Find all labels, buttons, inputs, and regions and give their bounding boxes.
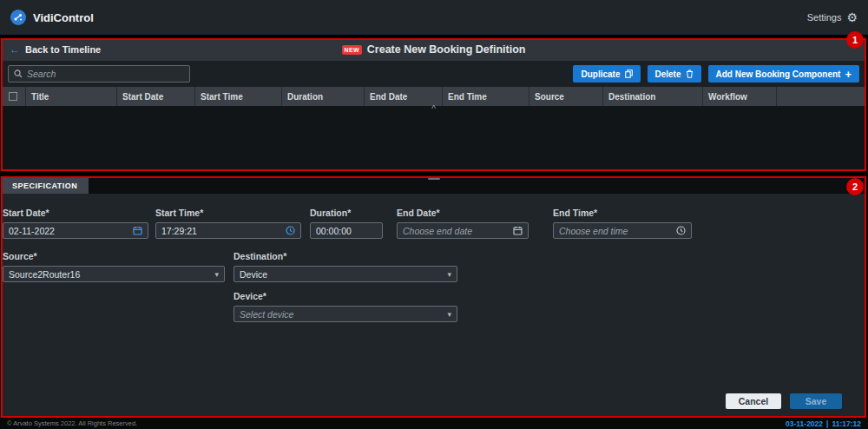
panel-title-text: Create New Booking Definition [367, 43, 526, 56]
column-header-filler [776, 87, 866, 106]
gear-icon: ⚙ [846, 11, 858, 23]
brand: VidiControl [10, 10, 94, 25]
source-field: Source* Source2Router16 ▾ [3, 251, 225, 282]
save-button[interactable]: Save [790, 393, 842, 409]
vidicontrol-logo-icon [10, 10, 26, 25]
end-time-input-wrap [553, 222, 692, 239]
specification-tabstrip: SPECIFICATION [1, 176, 866, 194]
booking-table-header: Title Start Date Start Time Duration End… [1, 87, 866, 106]
end-date-input[interactable] [403, 226, 508, 236]
end-date-field: End Date* [397, 208, 529, 239]
select-all-cell [1, 87, 25, 106]
booking-table-body: ^ [1, 106, 866, 171]
calendar-icon[interactable] [513, 226, 523, 235]
copyright-text: © Arvato Systems 2022. All Rights Reserv… [7, 419, 137, 427]
destination-dropdown[interactable]: Device ▾ [233, 266, 457, 282]
search-box[interactable] [8, 65, 190, 82]
column-header-start-time[interactable]: Start Time [194, 87, 281, 106]
start-time-field: Start Time* [155, 208, 301, 239]
search-input[interactable] [27, 69, 184, 79]
new-badge: NEW [342, 45, 362, 55]
device-dropdown[interactable]: Select device ▾ [233, 306, 457, 322]
datetime-display: 03-11-2022 | 11:17:12 [786, 419, 861, 428]
clock-icon[interactable] [286, 226, 295, 235]
start-time-label: Start Time* [155, 208, 301, 218]
duration-field: Duration* [310, 208, 383, 239]
end-time-field: End Time* [553, 208, 692, 239]
toolbar-buttons: Duplicate Delete [573, 65, 859, 82]
start-date-field: Start Date* [3, 208, 148, 239]
calendar-icon[interactable] [133, 226, 142, 235]
duration-input[interactable] [316, 226, 377, 236]
delete-button[interactable]: Delete [648, 65, 701, 82]
duration-label: Duration* [310, 208, 383, 218]
copy-icon [625, 69, 633, 78]
clock-icon[interactable] [676, 226, 686, 235]
column-header-start-date[interactable]: Start Date [116, 87, 194, 106]
annotation-badge-1: 1 [846, 31, 864, 49]
destination-dropdown-value: Device [240, 269, 267, 280]
footer-date: 03-11-2022 [786, 419, 823, 428]
source-label: Source* [3, 251, 225, 261]
settings-label: Settings [807, 12, 842, 23]
search-icon [14, 69, 23, 78]
delete-button-label: Delete [655, 69, 681, 79]
chevron-down-icon: ▾ [214, 270, 219, 279]
source-dropdown-value: Source2Router16 [9, 269, 80, 280]
end-time-input[interactable] [559, 226, 671, 236]
duplicate-button-label: Duplicate [581, 69, 620, 79]
end-date-input-wrap [397, 222, 529, 239]
booking-list-panel: ← Back to Timeline NEW Create New Bookin… [1, 38, 866, 171]
app-footer: © Arvato Systems 2022. All Rights Reserv… [0, 418, 868, 429]
app-title: VidiControl [33, 11, 94, 24]
end-time-label: End Time* [553, 208, 692, 218]
back-arrow-icon: ← [10, 43, 20, 56]
plus-icon: + [845, 69, 852, 80]
column-header-workflow[interactable]: Workflow [702, 87, 776, 106]
booking-toolbar: Duplicate Delete [1, 61, 866, 87]
column-header-title[interactable]: Title [25, 87, 116, 106]
tab-specification[interactable]: SPECIFICATION [1, 178, 89, 194]
device-field: Device* Select device ▾ [233, 291, 457, 322]
duration-input-wrap [310, 222, 383, 239]
booking-titlebar: ← Back to Timeline NEW Create New Bookin… [1, 38, 866, 61]
settings-button[interactable]: Settings ⚙ [807, 11, 858, 23]
device-label: Device* [233, 291, 457, 301]
start-date-input[interactable] [9, 226, 128, 236]
trash-icon [686, 69, 694, 78]
source-dropdown[interactable]: Source2Router16 ▾ [3, 266, 225, 282]
specification-form: Start Date* Start Time* [1, 194, 866, 418]
panel-title: NEW Create New Booking Definition [342, 43, 526, 56]
add-new-button-label: Add New Booking Component [716, 69, 841, 79]
footer-time: 11:17:12 [832, 419, 861, 428]
specification-panel: SPECIFICATION Start Date* Start Time* [1, 176, 866, 418]
scroll-up-caret-icon[interactable]: ^ [431, 106, 436, 113]
back-link-label: Back to Timeline [25, 44, 101, 55]
start-time-input-wrap [155, 222, 301, 239]
start-date-input-wrap [3, 222, 148, 239]
destination-field: Destination* Device ▾ [233, 251, 457, 282]
add-new-booking-component-button[interactable]: Add New Booking Component + [708, 65, 859, 82]
back-to-timeline-link[interactable]: ← Back to Timeline [10, 43, 101, 56]
cancel-button[interactable]: Cancel [726, 393, 781, 409]
select-all-checkbox[interactable] [9, 92, 17, 101]
column-header-duration[interactable]: Duration [281, 87, 364, 106]
chevron-down-icon: ▾ [447, 310, 451, 319]
start-time-input[interactable] [161, 226, 280, 236]
column-header-source[interactable]: Source [529, 87, 602, 106]
destination-label: Destination* [233, 251, 457, 261]
column-header-end-date[interactable]: End Date [364, 87, 442, 106]
app-header: VidiControl Settings ⚙ [0, 0, 868, 35]
start-date-label: Start Date* [3, 208, 148, 218]
footer-separator: | [826, 419, 828, 428]
splitter-drag-handle[interactable] [428, 178, 440, 180]
duplicate-button[interactable]: Duplicate [573, 65, 640, 82]
chevron-down-icon: ▾ [447, 270, 451, 279]
annotation-badge-2: 2 [846, 178, 864, 195]
device-dropdown-placeholder: Select device [240, 309, 293, 320]
column-header-destination[interactable]: Destination [602, 87, 702, 106]
form-buttons: Cancel Save [726, 393, 842, 409]
column-header-end-time[interactable]: End Time [442, 87, 529, 106]
end-date-label: End Date* [397, 208, 529, 218]
